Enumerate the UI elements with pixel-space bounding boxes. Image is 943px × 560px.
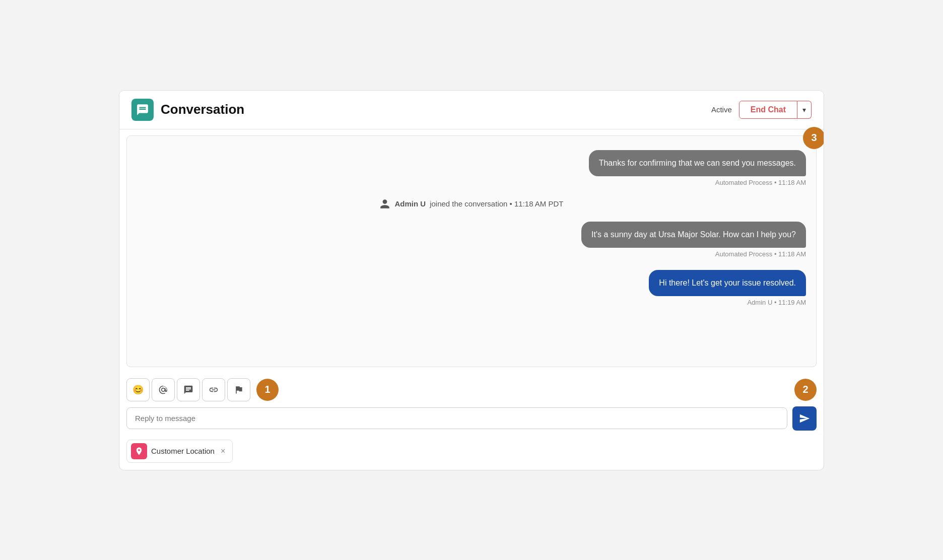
badge-3-indicator: 3: [803, 127, 824, 149]
message-row-agent: Hi there! Let's get your issue resolved.…: [137, 270, 806, 306]
emoji-button[interactable]: 😊: [126, 378, 150, 401]
send-button[interactable]: [792, 406, 817, 431]
flag-button[interactable]: [227, 378, 250, 401]
automated-message-bubble-2: It's a sunny day at Ursa Major Solar. Ho…: [581, 222, 806, 248]
customer-location-label: Customer Location: [151, 447, 215, 455]
message-row: It's a sunny day at Ursa Major Solar. Ho…: [137, 222, 806, 258]
reply-input[interactable]: [126, 407, 787, 429]
chat-area: 3 Thanks for confirming that we can send…: [126, 135, 817, 367]
message-meta: Automated Process • 11:18 AM: [715, 179, 806, 186]
conversation-icon: [131, 99, 154, 121]
header-left: Conversation: [131, 99, 244, 121]
toolbar: 😊 1 2: [119, 373, 824, 406]
system-agent-name: Admin U: [394, 199, 426, 208]
badge-1-indicator: 1: [256, 379, 279, 401]
status-badge: Active: [711, 105, 732, 114]
end-chat-button[interactable]: End Chat: [739, 101, 797, 119]
message-row: Thanks for confirming that we can send y…: [137, 150, 806, 186]
header: Conversation Active End Chat ▾: [119, 91, 824, 129]
transcript-button[interactable]: [177, 378, 200, 401]
message-meta-agent: Admin U • 11:19 AM: [747, 299, 806, 306]
app-container: Conversation Active End Chat ▾ 3 Thanks …: [119, 90, 824, 470]
agent-message-bubble: Hi there! Let's get your issue resolved.: [649, 270, 806, 296]
system-event-text: joined the conversation • 11:18 AM PDT: [430, 199, 563, 208]
link-button[interactable]: [202, 378, 225, 401]
location-badge: Customer Location ×: [126, 440, 233, 463]
location-icon: [131, 443, 147, 459]
end-chat-group: End Chat ▾: [739, 101, 812, 119]
reply-area: [119, 406, 824, 436]
end-chat-dropdown-button[interactable]: ▾: [797, 101, 812, 119]
page-title: Conversation: [161, 102, 244, 117]
location-close-button[interactable]: ×: [221, 447, 225, 456]
header-right: Active End Chat ▾: [711, 101, 812, 119]
message-meta-2: Automated Process • 11:18 AM: [715, 250, 806, 258]
mention-button[interactable]: [152, 378, 175, 401]
system-event: Admin U joined the conversation • 11:18 …: [137, 198, 806, 209]
automated-message-bubble: Thanks for confirming that we can send y…: [589, 150, 806, 176]
customer-location-tag: Customer Location ×: [119, 436, 824, 470]
badge-2-indicator: 2: [794, 379, 817, 401]
